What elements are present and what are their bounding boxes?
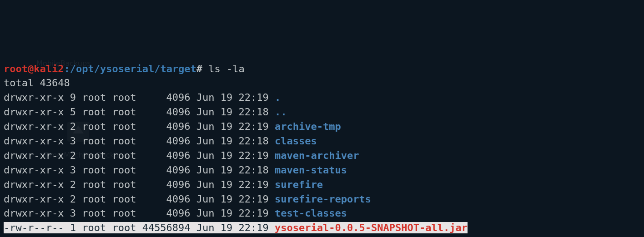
ls-row: -rw-r--r-- 1 root root 95675 Jun 19 22:1… <box>4 235 640 237</box>
dir-name: .. <box>275 106 287 118</box>
ls-row: drwxr-xr-x 2 root root 4096 Jun 19 22:19… <box>4 178 640 192</box>
prompt-line-1: root@kali2:/opt/ysoserial/target# ls -la <box>4 62 640 76</box>
dir-name: archive-tmp <box>275 121 341 132</box>
dir-name: . <box>275 92 281 103</box>
ls-row: drwxr-xr-x 9 root root 4096 Jun 19 22:19… <box>4 90 640 105</box>
ls-row: drwxr-xr-x 2 root root 4096 Jun 19 22:19… <box>4 192 640 207</box>
prompt-sep: : <box>64 63 70 74</box>
ls-row: drwxr-xr-x 5 root root 4096 Jun 19 22:18… <box>4 105 640 119</box>
command-text: ls -la <box>202 63 245 74</box>
dir-name: classes <box>275 135 317 147</box>
dir-name: surefire <box>275 179 323 190</box>
ls-row: drwxr-xr-x 3 root root 4096 Jun 19 22:19… <box>4 206 640 221</box>
prompt-path: /opt/ysoserial/target <box>70 63 196 74</box>
ls-row: drwxr-xr-x 2 root root 4096 Jun 19 22:19… <box>4 119 640 134</box>
terminal-output[interactable]: root@kali2:/opt/ysoserial/target# ls -la… <box>4 62 640 237</box>
prompt-user: root@kali2 <box>4 63 64 74</box>
dir-name: test-classes <box>275 207 347 219</box>
dir-name: maven-status <box>275 164 347 176</box>
jar-name-highlighted: ysoserial-0.0.5-SNAPSHOT-all.jar <box>275 222 468 233</box>
ls-row: drwxr-xr-x 3 root root 4096 Jun 19 22:18… <box>4 163 640 178</box>
ls-row: drwxr-xr-x 3 root root 4096 Jun 19 22:18… <box>4 134 640 148</box>
prompt-hash: # <box>196 63 202 74</box>
dir-name: surefire-reports <box>275 193 371 205</box>
ls-row: drwxr-xr-x 2 root root 4096 Jun 19 22:19… <box>4 148 640 163</box>
dir-name: maven-archiver <box>275 150 359 161</box>
ls-row-highlighted: -rw-r--r-- 1 root root 44556894 Jun 19 2… <box>4 221 640 235</box>
total-line: total 43648 <box>4 76 640 90</box>
